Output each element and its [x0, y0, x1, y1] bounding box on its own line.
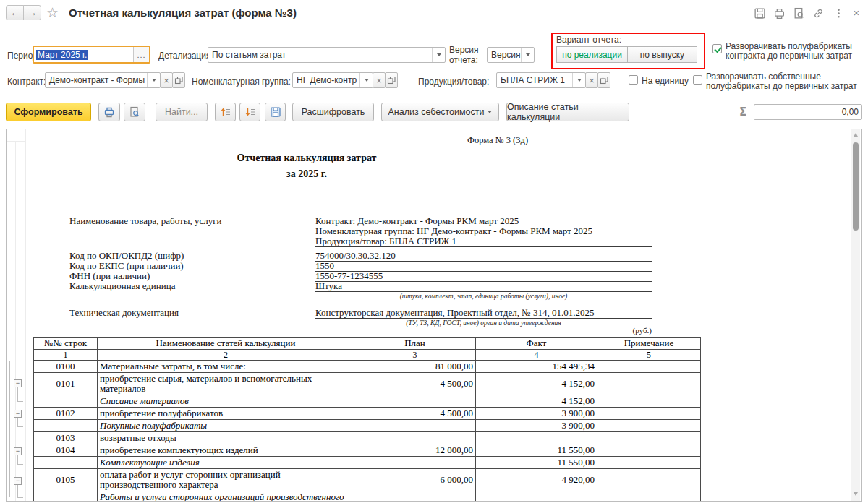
titlebar-preview-button[interactable] [791, 6, 806, 20]
cost-analysis-button[interactable]: Анализ себестоимости [381, 103, 499, 121]
decipher-button[interactable]: Расшифровать [292, 103, 374, 121]
contract-open-button[interactable] [172, 72, 185, 88]
nomgroup-clear-button[interactable]: × [373, 72, 386, 88]
collapse-group-button[interactable]: − [14, 379, 22, 387]
cell-plan[interactable]: 6 000,00 [354, 469, 476, 491]
cell-code[interactable] [34, 491, 98, 502]
collapse-group-button[interactable]: − [14, 410, 22, 418]
cell-note[interactable] [597, 491, 701, 502]
generate-button[interactable]: Сформировать [6, 103, 91, 121]
period-input[interactable]: Март 2025 г. [34, 47, 133, 62]
cell-name[interactable]: Списание материалов [98, 395, 354, 408]
contract-combo[interactable]: Демо-контракт - Формы Р [45, 72, 161, 88]
expand-contract-checkbox[interactable] [712, 44, 722, 53]
cell-fact[interactable]: 154 495,34 [476, 361, 597, 373]
cell-code[interactable] [34, 395, 98, 408]
article-description-button[interactable]: Описание статьи калькуляции [506, 103, 629, 121]
product-open-button[interactable] [597, 72, 610, 88]
contract-value[interactable]: Демо-контракт - Формы Р [46, 73, 147, 87]
scroll-up-arrow[interactable] [854, 133, 858, 137]
scroll-down-arrow[interactable] [854, 492, 858, 496]
expand-own-checkbox[interactable] [693, 75, 702, 85]
cell-fact[interactable] [476, 432, 597, 444]
cell-name[interactable]: приобретение сырья, материалов и вспомог… [98, 373, 354, 395]
cell-fact[interactable]: 4 920,00 [476, 469, 597, 491]
cell-code[interactable]: 0105 [34, 469, 98, 491]
cell-note[interactable] [597, 373, 701, 395]
find-button[interactable]: Найти... [156, 103, 208, 121]
version-combo[interactable]: Версия 2.0 [487, 47, 535, 63]
expand-rows-button[interactable] [239, 103, 260, 121]
cell-name[interactable]: приобретение полуфабрикатов [98, 408, 354, 420]
cell-code[interactable]: 0100 [34, 361, 98, 373]
cell-note[interactable] [597, 395, 701, 408]
cell-note[interactable] [597, 469, 701, 491]
per-unit-checkbox-label[interactable]: На единицу [642, 77, 689, 86]
cell-note[interactable] [597, 444, 701, 457]
nomgroup-combo[interactable]: НГ Демо-контр [292, 72, 373, 88]
product-clear-button[interactable]: × [585, 72, 598, 88]
per-unit-checkbox[interactable] [629, 75, 638, 85]
link-button[interactable] [811, 6, 825, 20]
cell-name[interactable]: Материальные затраты, в том числе: [98, 361, 354, 373]
preview-button[interactable] [124, 103, 145, 121]
vertical-scrollbar[interactable] [851, 129, 860, 501]
cell-plan[interactable]: 4 500,00 [354, 373, 476, 395]
scrollbar-thumb[interactable] [853, 142, 859, 231]
period-field[interactable]: Март 2025 г. ... [33, 46, 150, 64]
cell-code[interactable]: 0103 [34, 432, 98, 444]
cell-plan[interactable]: 81 000,00 [354, 361, 476, 373]
sum-field[interactable]: 0,00 [754, 104, 862, 120]
cell-note[interactable] [597, 457, 701, 469]
cell-fact[interactable]: 3 900,00 [476, 408, 597, 420]
detail-combo[interactable]: По статьям затрат [208, 47, 446, 63]
cell-fact[interactable]: 4 152,00 [476, 395, 597, 408]
cell-plan[interactable] [354, 432, 476, 444]
product-value[interactable]: БПЛА СТРИЖ 1 [497, 73, 572, 87]
cell-code[interactable] [34, 457, 98, 469]
nomgroup-open-button[interactable] [385, 72, 398, 88]
cell-name[interactable]: приобретение комплектующих изделий [98, 444, 354, 457]
favorite-star-icon[interactable]: ☆ [46, 4, 59, 20]
cell-code[interactable]: 0104 [34, 444, 98, 457]
chevron-down-icon[interactable] [432, 48, 445, 62]
chevron-down-icon[interactable] [147, 73, 160, 87]
collapse-rows-button[interactable] [215, 103, 236, 121]
cell-code[interactable]: 0102 [34, 408, 98, 420]
variant-by-output-button[interactable]: по выпуску [627, 46, 697, 63]
close-button[interactable]: × [849, 6, 864, 20]
cell-note[interactable] [597, 432, 701, 444]
cell-plan[interactable] [354, 491, 476, 502]
expand-own-checkbox-label[interactable]: Разворачивать собственные полуфабрикаты … [706, 72, 861, 91]
back-button[interactable]: ← [6, 5, 24, 20]
chevron-down-icon[interactable] [521, 48, 534, 62]
save-button[interactable] [265, 103, 286, 121]
cell-plan[interactable] [354, 420, 476, 432]
cell-code[interactable]: 0101 [34, 373, 98, 395]
cell-name[interactable]: Покупные полуфабрикаты [98, 420, 354, 432]
period-more-button[interactable]: ... [133, 47, 149, 62]
collapse-group-button[interactable]: − [14, 447, 22, 455]
cell-note[interactable] [597, 408, 701, 420]
chevron-down-icon[interactable] [572, 73, 585, 87]
cell-fact[interactable]: 11 550,00 [476, 457, 597, 469]
cell-fact[interactable] [476, 491, 597, 502]
forward-button[interactable]: → [23, 5, 41, 20]
cell-fact[interactable]: 3 900,00 [476, 420, 597, 432]
collapse-group-button[interactable]: − [14, 477, 22, 485]
cell-note[interactable] [597, 361, 701, 373]
detail-value[interactable]: По статьям затрат [208, 48, 432, 62]
chevron-down-icon[interactable] [359, 73, 373, 87]
cell-code[interactable] [34, 420, 98, 432]
cell-fact[interactable]: 4 152,00 [476, 373, 597, 395]
cell-fact[interactable]: 11 550,00 [476, 444, 597, 457]
cell-name[interactable]: Работы и услуги сторонних организаций пр… [98, 491, 354, 502]
cell-plan[interactable] [354, 457, 476, 469]
titlebar-save-button[interactable] [752, 6, 767, 20]
expand-contract-checkbox-label[interactable]: Разворачивать полуфабрикаты контракта до… [726, 42, 859, 61]
cell-name[interactable]: оплата работ и услуг сторонних организац… [98, 469, 354, 491]
nomgroup-value[interactable]: НГ Демо-контр [293, 73, 359, 87]
cell-plan[interactable]: 4 500,00 [354, 408, 476, 420]
version-value[interactable]: Версия 2.0 [488, 48, 521, 62]
variant-by-sales-button[interactable]: по реализации [556, 46, 628, 63]
